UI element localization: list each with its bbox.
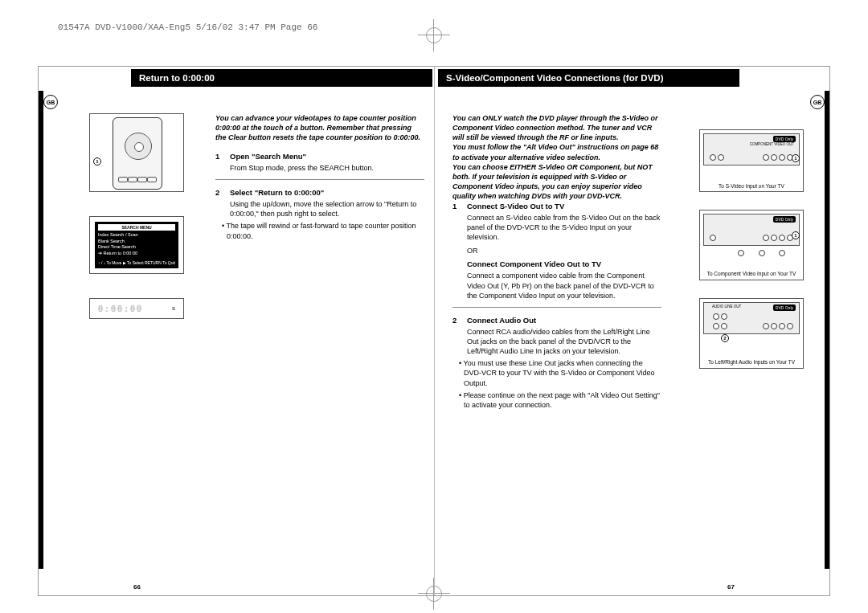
- vfd-indicator: S: [172, 306, 175, 311]
- step-bullet: • You must use these Line Out jacks when…: [459, 358, 661, 387]
- callout-1: 1: [792, 154, 800, 162]
- step-body: Using the up/down, move the selection ar…: [230, 199, 424, 219]
- back-panel: DVD Only: [703, 214, 800, 246]
- remote-illustration: 1: [89, 113, 184, 192]
- svideo-diagram: DVD Only COMPONENT VIDEO OUT 1 To S-Vide…: [699, 129, 804, 192]
- step-title: Connect Audio Out: [467, 316, 536, 325]
- panel-label: COMPONENT VIDEO OUT: [750, 142, 794, 146]
- step-1: 1 Open "Search Menu" From Stop mode, pre…: [215, 152, 424, 180]
- step-number: 1: [215, 152, 230, 161]
- menu-item: ➔ Return to 0:00:00: [98, 251, 175, 257]
- component-diagram: DVD Only 1 To Component Video Input on Y…: [699, 210, 804, 280]
- step-title: Connect S-Video Out to TV: [467, 202, 564, 210]
- jack-icon: [771, 154, 777, 161]
- callout-2: 2: [721, 334, 729, 342]
- menu-item: Index Search / Scan: [98, 232, 175, 239]
- back-panel: DVD Only AUDIO LINE OUT: [703, 302, 800, 334]
- step-number: 1: [452, 202, 467, 210]
- step-1: 1 Connect S-Video Out to TV Connect an S…: [452, 202, 661, 308]
- page-number-left: 66: [133, 583, 141, 591]
- jack-icon: [759, 250, 765, 256]
- jack-icon: [763, 235, 769, 241]
- steps-left: 1 Open "Search Menu" From Stop mode, pre…: [215, 152, 424, 255]
- jack-icon: [713, 313, 719, 320]
- jack-icon: [738, 250, 744, 256]
- jack-icon: [787, 323, 793, 329]
- page-spread: GB Return to 0:00:00 You can advance you…: [38, 66, 830, 596]
- edge-tab-left: [39, 91, 43, 569]
- jack-icon: [713, 323, 719, 329]
- jack-icon: [721, 313, 727, 320]
- dvd-only-tag: DVD Only: [773, 136, 796, 142]
- callout-1: 1: [93, 157, 101, 166]
- step-2: 2 Select "Return to 0:00:00" Using the u…: [215, 188, 424, 247]
- diagram-caption: To Component Video Input on Your TV: [700, 271, 803, 277]
- jack-icon: [779, 323, 785, 329]
- vfd-digits: 0:00:00: [98, 304, 143, 313]
- jack-icon: [771, 235, 777, 241]
- menu-footer: ↑ / ↓ To Move ▶ To Select RETURN To Quit: [98, 260, 175, 265]
- step-number: 2: [215, 188, 230, 197]
- back-panel: DVD Only COMPONENT VIDEO OUT: [703, 133, 800, 166]
- menu-item: Direct Time Search: [98, 244, 175, 251]
- remote-body: [113, 117, 162, 190]
- step-title: Select "Return to 0:00:00": [230, 188, 324, 197]
- step-sub-body: Connect a component video cable from the…: [467, 271, 661, 300]
- vfd-display-illustration: 0:00:00 S: [89, 298, 184, 319]
- screen-menu-illustration: SEARCH MENU Index Search / Scan Blank Se…: [89, 216, 184, 274]
- registration-mark-top: [418, 19, 450, 51]
- diagram-caption: To S-Video Input on Your TV: [700, 183, 803, 189]
- step-number: 2: [452, 316, 467, 325]
- step-body: From Stop mode, press the SEARCH button.: [230, 163, 424, 173]
- menu-title: SEARCH MENU: [98, 224, 175, 231]
- dvd-only-tag: DVD Only: [773, 216, 796, 223]
- step-body: Connect RCA audio/video cables from the …: [467, 327, 661, 356]
- search-menu-screen: SEARCH MENU Index Search / Scan Blank Se…: [95, 222, 178, 268]
- step-title: Open "Search Menu": [230, 152, 306, 161]
- diagram-caption: To Left/Right Audio Inputs on Your TV: [700, 359, 803, 366]
- step-2: 2 Connect Audio Out Connect RCA audio/vi…: [452, 316, 661, 416]
- jack-icon: [779, 235, 785, 241]
- steps-right: 1 Connect S-Video Out to TV Connect an S…: [452, 202, 661, 424]
- jack-icon: [763, 323, 769, 329]
- step-body: Connect an S-Video cable from the S-Vide…: [467, 213, 661, 242]
- panel-label: AUDIO LINE OUT: [712, 304, 741, 309]
- jack-icon: [763, 154, 769, 161]
- audio-diagram: DVD Only AUDIO LINE OUT 2 To: [699, 298, 804, 369]
- jack-icon: [710, 235, 716, 241]
- jack-icon: [779, 250, 785, 256]
- page-number-right: 67: [727, 583, 735, 591]
- left-page: GB Return to 0:00:00 You can advance you…: [39, 67, 434, 595]
- step-bullet: • The tape will rewind or fast-forward t…: [222, 221, 424, 240]
- or-text: OR: [467, 247, 661, 255]
- callout-1: 1: [792, 231, 800, 239]
- right-page: GB S-Video/Component Video Connections (…: [434, 67, 829, 595]
- jack-icon: [718, 154, 724, 161]
- jack-icon: [779, 154, 785, 161]
- step-bullet: • Please continue on the next page with …: [459, 390, 661, 410]
- dvd-only-tag: DVD Only: [773, 304, 796, 311]
- print-header: 01547A DVD-V1000/XAA-Eng5 5/16/02 3:47 P…: [58, 22, 317, 32]
- step-subtitle: Connect Component Video Out to TV: [467, 260, 601, 268]
- gb-badge-left: GB: [43, 95, 58, 109]
- page-title-right: S-Video/Component Video Connections (for…: [438, 69, 739, 87]
- gb-badge-right: GB: [810, 95, 825, 109]
- intro-text-left: You can advance your videotapes to tape …: [215, 113, 424, 142]
- edge-tab-right: [825, 91, 829, 569]
- jack-icon: [721, 323, 727, 329]
- menu-item: Blank Search: [98, 239, 175, 245]
- dpad-icon: [125, 133, 152, 160]
- jack-icon: [771, 323, 777, 329]
- intro-text-right: You can ONLY watch the DVD player throug…: [452, 113, 661, 201]
- jack-icon: [710, 154, 716, 161]
- page-title-left: Return to 0:00:00: [131, 69, 432, 87]
